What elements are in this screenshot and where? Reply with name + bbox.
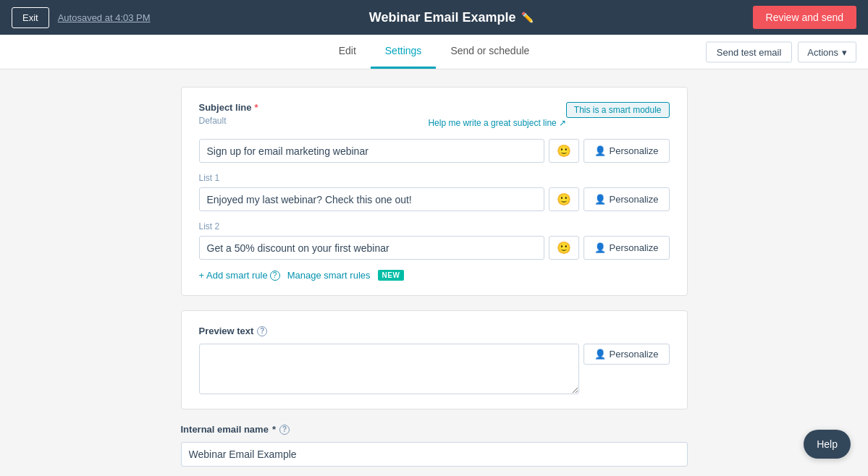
person-icon-list2: 👤 [594, 242, 606, 253]
subject-line-label: Subject line* [199, 102, 566, 113]
personalize-button-list1[interactable]: 👤 Personalize [583, 187, 670, 211]
navbar: Edit Settings Send or schedule Send test… [0, 35, 868, 69]
person-icon: 👤 [594, 145, 606, 156]
topbar-center: Webinar Email Example ✏️ [369, 10, 534, 25]
subject-line-list2-row: 🙂 👤 Personalize [199, 236, 670, 260]
preview-text-card: Preview text ? 👤 Personalize [181, 310, 688, 409]
personalize-button-default[interactable]: 👤 Personalize [583, 139, 670, 163]
edit-icon[interactable]: ✏️ [521, 12, 534, 23]
list2-label: List 2 [199, 221, 670, 231]
list1-label: List 1 [199, 173, 670, 183]
topbar-right: Review and send [753, 6, 856, 29]
page-title: Webinar Email Example [369, 10, 516, 25]
topbar-left: Exit Autosaved at 4:03 PM [12, 7, 151, 28]
manage-smart-rules-link[interactable]: Manage smart rules [287, 270, 371, 281]
preview-text-label: Preview text ? [199, 326, 670, 336]
content-wrap: This is a smart module Subject line* Def… [181, 87, 688, 476]
preview-text-input[interactable] [199, 344, 579, 394]
smart-links: + Add smart rule ? Manage smart rules NE… [199, 270, 670, 281]
plus-icon: + [199, 270, 205, 281]
send-test-email-button[interactable]: Send test email [706, 41, 793, 62]
exit-button[interactable]: Exit [12, 7, 49, 28]
review-and-send-button[interactable]: Review and send [753, 6, 856, 29]
smart-module-badge: This is a smart module [566, 102, 670, 118]
tab-send-schedule[interactable]: Send or schedule [436, 35, 544, 69]
subject-line-default-row: 🙂 👤 Personalize [199, 139, 670, 163]
subject-line-list1-input[interactable] [199, 187, 544, 211]
subject-line-default-input[interactable] [199, 139, 544, 163]
person-icon-preview: 👤 [594, 349, 606, 360]
emoji-button-list1[interactable]: 🙂 [549, 187, 579, 211]
personalize-button-list2[interactable]: 👤 Personalize [583, 236, 670, 260]
new-badge: NEW [378, 270, 405, 281]
navbar-right: Send test email Actions ▾ [706, 41, 856, 62]
help-write-link[interactable]: Help me write a great subject line ↗ [428, 118, 565, 128]
add-smart-rule-link[interactable]: + Add smart rule ? [199, 270, 280, 281]
actions-button[interactable]: Actions ▾ [798, 41, 856, 62]
nav-tabs: Edit Settings Send or schedule [324, 35, 544, 69]
internal-email-name-label: Internal email name * ? [181, 424, 688, 435]
internal-email-name-section: Internal email name * ? [181, 424, 688, 467]
external-link-icon: ↗ [559, 118, 566, 128]
main-content: This is a smart module Subject line* Def… [0, 69, 868, 476]
personalize-button-preview[interactable]: 👤 Personalize [583, 344, 670, 365]
topbar: Exit Autosaved at 4:03 PM Webinar Email … [0, 0, 868, 35]
emoji-button-default[interactable]: 🙂 [549, 139, 579, 163]
internal-email-name-input[interactable] [181, 442, 688, 467]
subject-line-card: This is a smart module Subject line* Def… [181, 87, 688, 296]
subject-line-sublabel: Default [199, 116, 227, 126]
preview-text-row: 👤 Personalize [199, 344, 670, 394]
internal-email-name-help-icon[interactable]: ? [279, 425, 290, 435]
subject-line-list1-row: 🙂 👤 Personalize [199, 187, 670, 211]
preview-text-help-icon[interactable]: ? [257, 326, 267, 336]
person-icon-list1: 👤 [594, 194, 606, 205]
chevron-down-icon: ▾ [842, 46, 847, 57]
emoji-button-list2[interactable]: 🙂 [549, 236, 579, 260]
autosaved-label: Autosaved at 4:03 PM [58, 12, 151, 23]
help-circle-icon: ? [270, 271, 280, 281]
actions-label: Actions [807, 46, 838, 57]
subject-line-list2-input[interactable] [199, 236, 544, 260]
tab-edit[interactable]: Edit [324, 35, 371, 69]
help-button[interactable]: Help [804, 430, 851, 459]
tab-settings[interactable]: Settings [371, 35, 437, 69]
